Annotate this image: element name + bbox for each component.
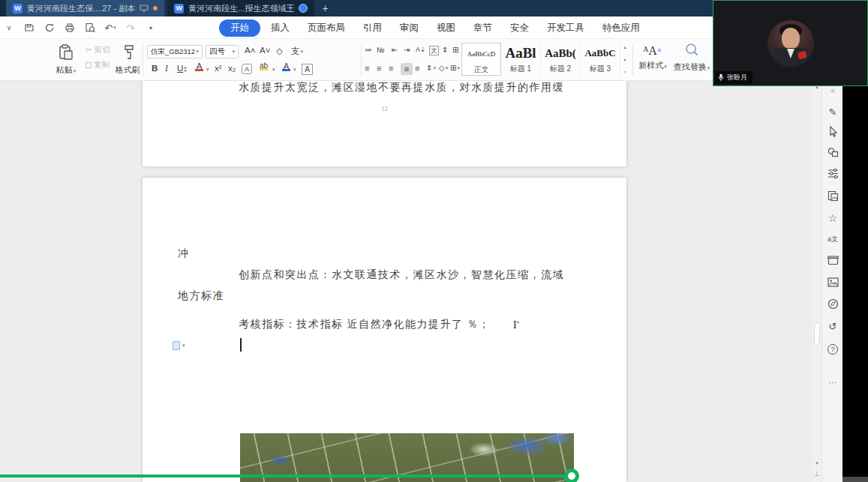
char-border-button[interactable]: A: [302, 64, 313, 75]
save-button[interactable]: [23, 22, 35, 34]
subscript-button[interactable]: x₂: [228, 64, 236, 73]
menu-tab-references[interactable]: 引用: [354, 19, 391, 37]
scroll-down-icon[interactable]: ▾: [812, 460, 821, 466]
menu-tab-home[interactable]: 开始: [219, 19, 260, 37]
menu-tab-insert[interactable]: 插入: [262, 19, 299, 37]
borders-button[interactable]: ⊞▾: [450, 64, 460, 72]
paste-icon[interactable]: [57, 43, 75, 61]
numbering-button[interactable]: №: [377, 46, 385, 54]
line-spacing-button[interactable]: ⇕▾: [426, 64, 436, 72]
new-tab-button[interactable]: +: [314, 0, 335, 16]
pinyin-guide-button[interactable]: 支▾: [291, 46, 303, 57]
italic-button[interactable]: I: [165, 64, 168, 73]
cut-button[interactable]: ✂ 剪切: [86, 45, 110, 55]
favorites-star-icon[interactable]: ☆: [822, 213, 843, 224]
share-region-handle[interactable]: [564, 469, 579, 482]
sidebar-drag-handle[interactable]: ≡: [822, 85, 843, 97]
translate-icon[interactable]: a文: [822, 234, 843, 245]
document-tab-1[interactable]: W 黄河河南段生态保....27 - 副本: [6, 0, 164, 16]
vertical-scrollbar[interactable]: ▴ ▾ ⊥: [812, 81, 821, 482]
bullets-button[interactable]: ≔: [365, 46, 372, 54]
justify-button[interactable]: ≡: [401, 63, 413, 75]
styles-more-icon[interactable]: ▿: [623, 69, 626, 74]
highlight-button[interactable]: ab: [260, 62, 268, 70]
print-preview-button[interactable]: [84, 22, 96, 34]
menu-tab-dev-tools[interactable]: 开发工具: [538, 19, 593, 37]
picture-icon[interactable]: [822, 277, 843, 287]
document-page-2[interactable]: 冲 创新点和突出点：水文联通技术，滩区水沙，智慧化压缩，流域 地方标准 考核指标…: [143, 178, 626, 482]
sidebar-more-icon[interactable]: ⋯: [822, 377, 843, 388]
underline-button[interactable]: U▾: [177, 64, 187, 73]
styles-scroll-up-icon[interactable]: ▴: [623, 44, 626, 49]
find-replace-button[interactable]: 查找替换▾: [672, 61, 711, 73]
paste-options-button[interactable]: ▾: [173, 341, 185, 350]
increase-indent-button[interactable]: ⇥: [404, 46, 410, 54]
style-heading2[interactable]: AaBb( 标题 2: [541, 43, 581, 76]
page2-line-1: 冲: [178, 247, 190, 261]
bold-button[interactable]: B: [152, 64, 158, 73]
history-icon[interactable]: ↺: [822, 321, 843, 332]
menu-tab-security[interactable]: 安全: [501, 19, 538, 37]
menu-tab-section[interactable]: 章节: [464, 19, 501, 37]
image-extract-icon[interactable]: [822, 190, 843, 202]
enclose-character-button[interactable]: A: [242, 64, 252, 74]
text-cursor-ibeam: I≡: [513, 319, 519, 331]
document-workspace[interactable]: 水质提升太宽泛，滩区湿地不要再提水质，对水质提升的作用缓 12 冲 创新点和突出…: [0, 81, 812, 482]
new-style-button[interactable]: 新样式▾: [636, 60, 669, 71]
export-button[interactable]: [44, 22, 56, 34]
align-right-button[interactable]: ≡: [389, 64, 393, 73]
customize-toolbar-icon[interactable]: ▾: [145, 22, 157, 34]
redo-button[interactable]: ↷: [125, 22, 137, 34]
meeting-video-overlay[interactable]: 张盼月: [713, 0, 868, 86]
ink-pen-icon[interactable]: ✎: [822, 106, 843, 118]
document-page-1[interactable]: 水质提升太宽泛，滩区湿地不要再提水质，对水质提升的作用缓 12: [143, 81, 626, 166]
undo-button[interactable]: ↶▾: [104, 22, 116, 34]
print-button[interactable]: [64, 22, 76, 34]
styles-scroll-down-icon[interactable]: ▾: [623, 57, 626, 62]
clear-format-button[interactable]: ◇: [276, 46, 283, 56]
style-normal[interactable]: AaBbCcD 正文: [461, 43, 501, 76]
shapes-icon[interactable]: [822, 147, 843, 157]
distribute-button[interactable]: ≡: [415, 64, 419, 73]
go-to-bottom-icon[interactable]: ⊥: [812, 471, 821, 478]
superscript-button[interactable]: x²: [215, 64, 222, 73]
menu-tab-review[interactable]: 审阅: [391, 19, 428, 37]
increase-font-button[interactable]: A˄: [245, 46, 255, 55]
help-icon[interactable]: ?: [822, 344, 843, 355]
smart-assistant-icon[interactable]: [822, 298, 843, 310]
properties-sliders-icon[interactable]: [822, 168, 843, 178]
align-center-button[interactable]: ≡: [377, 64, 381, 73]
decrease-font-button[interactable]: A˅: [260, 46, 270, 55]
decrease-indent-button[interactable]: ⇤: [392, 46, 398, 54]
char-shading-dropdown-icon[interactable]: ▾: [293, 67, 296, 73]
select-cursor-icon[interactable]: [822, 126, 843, 137]
paragraph-layout-button[interactable]: ⊞: [452, 46, 458, 54]
menu-tab-view[interactable]: 视图: [428, 19, 464, 37]
text-tool-button[interactable]: 文: [429, 46, 439, 55]
document-tab-2[interactable]: W 黄河河南段生...报生态领域王: [167, 0, 314, 16]
align-left-button[interactable]: ≡: [365, 64, 369, 73]
collapse-ribbon-icon[interactable]: ∨: [3, 22, 15, 34]
font-color-dropdown-icon[interactable]: ▾: [206, 67, 209, 73]
style-heading3[interactable]: AaBbC 标题 3: [581, 43, 620, 76]
char-shading-color-button[interactable]: A: [282, 62, 290, 71]
scrollbar-thumb[interactable]: [814, 322, 820, 345]
resource-box-icon[interactable]: [822, 255, 843, 265]
format-painter-button[interactable]: 格式刷: [111, 64, 144, 76]
highlight-dropdown-icon[interactable]: ▾: [272, 67, 275, 73]
shading-button[interactable]: ◇▾: [439, 64, 448, 72]
font-name-combo[interactable]: 仿宋_GB2312▾: [147, 45, 203, 58]
undo-dropdown-icon[interactable]: ▾: [113, 25, 116, 31]
share-region-line: [0, 475, 573, 478]
paste-button[interactable]: 粘贴▾: [48, 64, 84, 76]
document-tab-1-title: 黄河河南段生态保....27 - 副本: [27, 3, 135, 14]
menu-tab-page-layout[interactable]: 页面布局: [299, 19, 354, 37]
copy-button[interactable]: 复制: [86, 60, 110, 70]
font-size-combo[interactable]: 四号▾: [206, 45, 239, 58]
format-painter-icon[interactable]: [122, 43, 137, 61]
menu-tab-special-features[interactable]: 特色应用: [593, 19, 649, 37]
line-spacing-tool-icon[interactable]: ⇕: [442, 46, 448, 54]
text-direction-button[interactable]: A⇣: [416, 46, 426, 53]
style-heading1[interactable]: AaBl 标题 1: [501, 43, 541, 76]
font-color-button[interactable]: A: [195, 62, 203, 71]
